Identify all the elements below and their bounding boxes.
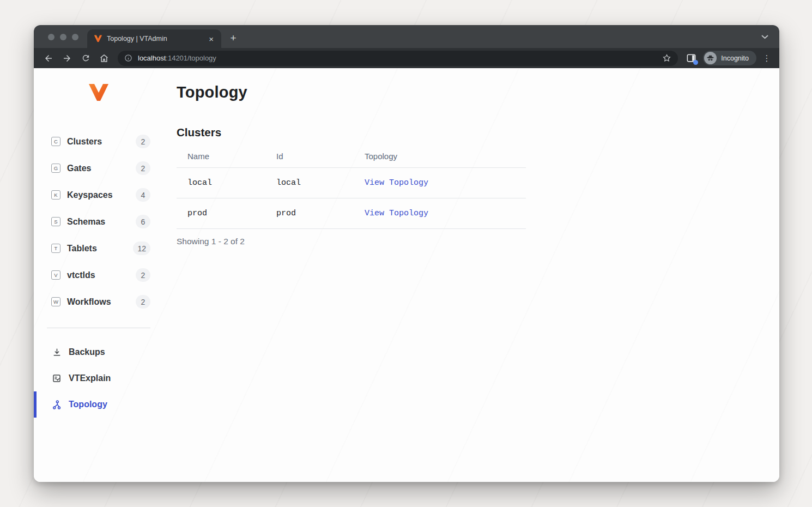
new-tab-icon[interactable]: + (226, 31, 241, 46)
tab-strip: Topology | VTAdmin × + (34, 25, 779, 48)
tab-close-icon[interactable]: × (207, 34, 216, 44)
clusters-table: Name Id Topology local local View Topolo… (177, 148, 526, 229)
column-header-name: Name (177, 148, 265, 168)
count-badge: 2 (136, 295, 150, 309)
section-title: Clusters (177, 126, 747, 139)
incognito-label: Incognito (721, 55, 749, 62)
page-title: Topology (177, 83, 747, 101)
pagination-status: Showing 1 - 2 of 2 (177, 237, 747, 246)
window-minimize-button[interactable] (60, 34, 66, 40)
sidebar-divider (47, 328, 150, 328)
side-panel-icon[interactable] (684, 52, 698, 65)
column-header-topology: Topology (354, 148, 526, 168)
browser-tab[interactable]: Topology | VTAdmin × (87, 29, 221, 48)
cell-name: prod (177, 198, 265, 229)
schemas-letter-icon: S (51, 217, 60, 226)
table-row: prod prod View Topology (177, 198, 526, 229)
count-badge: 4 (136, 188, 150, 202)
address-bar[interactable]: localhost:14201/topology (118, 51, 678, 66)
download-icon (51, 348, 62, 357)
clusters-letter-icon: C (51, 137, 60, 146)
browser-toolbar: localhost:14201/topology Incognito ⋮ (34, 48, 779, 68)
bookmark-star-icon[interactable] (662, 53, 671, 63)
count-badge: 2 (136, 161, 150, 175)
browser-window: Topology | VTAdmin × + localhost:14201/t… (34, 25, 779, 482)
sidebar-item-vtexplain[interactable]: VTExplain (34, 365, 177, 391)
cell-topology: View Topology (354, 168, 526, 198)
sidebar-item-schemas[interactable]: S Schemas 6 (34, 208, 177, 235)
url-text: localhost:14201/topology (138, 54, 216, 62)
sidebar-item-gates[interactable]: G Gates 2 (34, 155, 177, 182)
document-check-icon (51, 373, 62, 383)
sidebar-item-workflows[interactable]: W Workflows 2 (34, 288, 177, 315)
reload-icon[interactable] (78, 51, 93, 65)
sidebar-item-label: Clusters (67, 137, 102, 147)
sidebar-item-label: Backups (69, 347, 105, 357)
column-header-id: Id (265, 148, 354, 168)
page-content: C Clusters 2 G Gates 2 K Keyspaces 4 S S… (34, 68, 779, 482)
cell-topology: View Topology (354, 198, 526, 229)
cell-id: local (265, 168, 354, 198)
cell-name: local (177, 168, 265, 198)
window-close-button[interactable] (48, 34, 54, 40)
sidebar-item-label: Gates (67, 164, 91, 173)
sidebar-item-label: VTExplain (69, 373, 111, 383)
view-topology-link[interactable]: View Topology (365, 209, 428, 218)
count-badge: 2 (136, 135, 150, 148)
topology-icon (51, 400, 62, 410)
count-badge: 12 (133, 242, 150, 255)
vitess-favicon (94, 34, 102, 43)
count-badge: 6 (136, 215, 150, 228)
sidebar-tools: Backups VTExplain Topology (34, 339, 177, 418)
window-controls (34, 34, 87, 48)
vtctlds-letter-icon: V (51, 270, 60, 280)
tablets-letter-icon: T (51, 244, 60, 253)
site-info-icon[interactable] (124, 54, 132, 62)
tab-title: Topology | VTAdmin (107, 35, 202, 43)
back-icon[interactable] (41, 51, 56, 65)
forward-icon[interactable] (60, 51, 74, 65)
sidebar-item-tablets[interactable]: T Tablets 12 (34, 235, 177, 262)
incognito-icon (704, 52, 717, 64)
incognito-badge: Incognito (703, 51, 756, 65)
keyspaces-letter-icon: K (51, 190, 60, 200)
home-icon[interactable] (97, 51, 111, 65)
menu-kebab-icon[interactable]: ⋮ (761, 51, 773, 65)
sidebar-item-clusters[interactable]: C Clusters 2 (34, 128, 177, 155)
vitess-logo (88, 81, 110, 104)
table-row: local local View Topology (177, 168, 526, 198)
workflows-letter-icon: W (51, 297, 60, 306)
sidebar-item-topology[interactable]: Topology (34, 391, 177, 418)
sidebar: C Clusters 2 G Gates 2 K Keyspaces 4 S S… (34, 68, 177, 482)
sidebar-item-label: Schemas (67, 217, 105, 227)
side-panel-badge-dot (693, 60, 698, 65)
sidebar-item-keyspaces[interactable]: K Keyspaces 4 (34, 182, 177, 208)
sidebar-nav: C Clusters 2 G Gates 2 K Keyspaces 4 S S… (34, 128, 177, 315)
url-path: :14201/topology (166, 54, 216, 62)
view-topology-link[interactable]: View Topology (365, 178, 428, 188)
table-header-row: Name Id Topology (177, 148, 526, 168)
sidebar-item-vtctlds[interactable]: V vtctlds 2 (34, 262, 177, 288)
cell-id: prod (265, 198, 354, 229)
window-zoom-button[interactable] (72, 34, 78, 40)
sidebar-item-label: Keyspaces (67, 190, 113, 200)
url-host: localhost (138, 54, 166, 62)
sidebar-item-backups[interactable]: Backups (34, 339, 177, 365)
tab-search-chevron-icon[interactable] (761, 32, 768, 41)
sidebar-item-label: Workflows (67, 297, 111, 307)
main-panel: Topology Clusters Name Id Topology local… (177, 68, 779, 482)
gates-letter-icon: G (51, 164, 60, 173)
sidebar-item-label: Tablets (67, 244, 97, 254)
sidebar-item-label: Topology (69, 400, 107, 409)
sidebar-item-label: vtctlds (67, 270, 95, 280)
count-badge: 2 (136, 268, 150, 282)
